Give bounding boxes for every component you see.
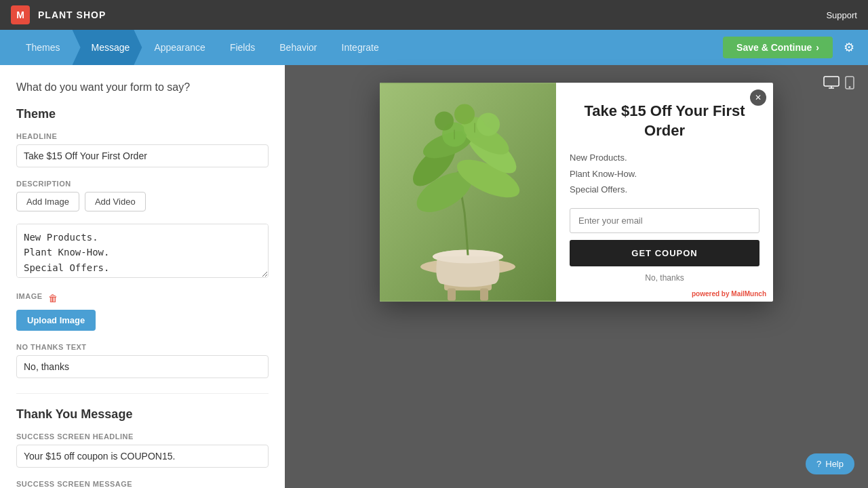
popup-description: New Products. Plant Know-How. Special Of…: [570, 150, 760, 197]
svg-point-21: [435, 112, 454, 131]
left-panel: What do you want your form to say? Theme…: [0, 65, 285, 488]
upload-image-button[interactable]: Upload Image: [16, 310, 96, 331]
add-image-button[interactable]: Add Image: [16, 192, 79, 211]
description-btn-group: Add Image Add Video: [16, 192, 269, 211]
description-textarea[interactable]: New Products. Plant Know-How. Special Of…: [16, 224, 269, 278]
image-label-row: IMAGE 🗑: [16, 292, 269, 304]
popup-close-button[interactable]: ✕: [750, 89, 766, 106]
popup-preview: ✕: [380, 83, 773, 302]
support-link[interactable]: Support: [826, 10, 857, 20]
desktop-view-button[interactable]: [823, 76, 840, 93]
svg-rect-0: [824, 77, 839, 86]
image-section: IMAGE 🗑 Upload Image: [16, 292, 269, 331]
success-message-label: SUCCESS SCREEN MESSAGE: [16, 480, 269, 488]
no-thanks-input[interactable]: [16, 355, 269, 378]
success-message-field: SUCCESS SCREEN MESSAGE Add Image Add Vid…: [16, 480, 269, 488]
save-continue-button[interactable]: Save & Continue ›: [723, 37, 833, 58]
nav-item-themes[interactable]: Themes: [14, 30, 73, 65]
trash-icon[interactable]: 🗑: [48, 293, 58, 304]
app-title: PLANT SHOP: [38, 9, 106, 20]
nav-item-behavior[interactable]: Behavior: [267, 30, 329, 65]
nav-item-message[interactable]: Message: [73, 30, 142, 65]
popup-content: Take $15 Off Your First Order New Produc…: [556, 83, 773, 302]
headline-field: HEADLINE: [16, 132, 269, 180]
thank-you-section: Thank You Message SUCCESS SCREEN HEADLIN…: [16, 407, 269, 488]
divider: [16, 393, 269, 394]
popup-email-input[interactable]: [570, 208, 760, 233]
svg-point-23: [454, 104, 475, 125]
headline-label: HEADLINE: [16, 132, 269, 140]
no-thanks-label: NO THANKS TEXT: [16, 343, 269, 351]
success-headline-field: SUCCESS SCREEN HEADLINE: [16, 432, 269, 480]
svg-rect-10: [480, 289, 488, 301]
svg-point-22: [477, 113, 500, 136]
device-toggle: [823, 76, 854, 93]
popup-no-thanks[interactable]: No, thanks: [645, 273, 684, 283]
popup-cta-button[interactable]: GET COUPON: [570, 240, 760, 266]
svg-rect-9: [448, 289, 456, 301]
main-layout: What do you want your form to say? Theme…: [0, 65, 868, 488]
description-field: DESCRIPTION Add Image Add Video New Prod…: [16, 180, 269, 292]
popup-headline: Take $15 Off Your First Order: [570, 102, 760, 140]
logo-icon: M: [11, 5, 30, 24]
powered-by: powered by MailMunch: [692, 290, 766, 298]
success-headline-input[interactable]: [16, 445, 269, 468]
mailmunch-brand: MailMunch: [731, 290, 766, 298]
svg-point-4: [849, 87, 850, 88]
headline-input[interactable]: [16, 144, 269, 167]
settings-icon[interactable]: ⚙: [844, 40, 854, 55]
popup-image: [380, 83, 556, 302]
image-label: IMAGE: [16, 292, 43, 300]
nav-bar: Themes Message Appearance Fields Behavio…: [0, 30, 868, 65]
mobile-view-button[interactable]: [845, 76, 854, 93]
success-headline-label: SUCCESS SCREEN HEADLINE: [16, 432, 269, 441]
add-video-button[interactable]: Add Video: [85, 192, 146, 211]
description-label: DESCRIPTION: [16, 180, 269, 188]
nav-item-integrate[interactable]: Integrate: [330, 30, 391, 65]
panel-question: What do you want your form to say?: [16, 81, 269, 94]
help-button[interactable]: ? Help: [806, 453, 854, 474]
theme-section-title: Theme: [16, 107, 269, 121]
top-bar: M PLANT SHOP Support: [0, 0, 868, 30]
thank-you-title: Thank You Message: [16, 407, 269, 422]
no-thanks-field: NO THANKS TEXT: [16, 343, 269, 390]
nav-item-fields[interactable]: Fields: [218, 30, 267, 65]
right-panel: ✕: [285, 65, 868, 488]
nav-item-appearance[interactable]: Appearance: [142, 30, 218, 65]
